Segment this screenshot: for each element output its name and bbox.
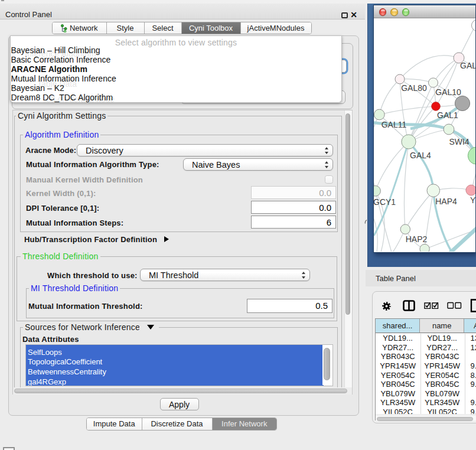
node-gal80[interactable] — [395, 74, 405, 84]
mi-type-value: Naive Bayes — [192, 159, 240, 171]
node-gcy1[interactable] — [374, 185, 380, 196]
dpi-tolerance-field[interactable]: 0.0 — [251, 201, 336, 214]
close-traffic-light-icon[interactable] — [379, 8, 387, 16]
aracne-mode-combobox[interactable]: Discovery — [77, 144, 333, 156]
dropdown-item[interactable]: Basic Correlation Inference — [11, 55, 340, 64]
node-gal1[interactable] — [432, 102, 441, 111]
tab-impute-data[interactable]: Impute Data — [87, 418, 142, 430]
table-row[interactable]: YDL19... YDL19... 13 — [376, 334, 476, 343]
apply-button[interactable]: Apply — [160, 398, 199, 410]
tab-label: Discretize Data — [151, 419, 203, 428]
expand-arrow-icon[interactable] — [164, 236, 169, 242]
column-gridline — [420, 334, 421, 414]
list-item[interactable]: BetweennessCentrality — [26, 367, 324, 377]
list-scrollbar-thumb[interactable] — [324, 348, 330, 380]
manual-kernel-checkbox[interactable] — [325, 175, 333, 184]
tab-cyni-toolbox[interactable]: Cyni Toolbox — [182, 22, 241, 34]
cell-shared-name: YBR043C — [376, 352, 420, 361]
node-swi4[interactable] — [444, 124, 454, 135]
table-row[interactable]: YBR045C YBR045C 9. — [376, 380, 476, 389]
unchecked-checkboxes-icon[interactable] — [447, 302, 462, 309]
cell-shared-name: YER054C — [376, 371, 420, 380]
data-attributes-list[interactable]: SelfLoops TopologicalCoefficient Between… — [25, 344, 333, 386]
dropdown-item-selected[interactable]: ARACNE Algorithm — [11, 64, 340, 74]
table-row[interactable]: YLR345W YLR345W 9. — [376, 398, 476, 407]
minimize-traffic-light-icon[interactable] — [390, 8, 398, 16]
float-window-icon[interactable] — [341, 12, 348, 18]
table-scrollbar-thumb[interactable] — [377, 417, 473, 421]
mi-threshold-field[interactable]: 0.5 — [247, 299, 332, 313]
collapse-arrow-icon[interactable] — [147, 325, 154, 330]
node[interactable] — [468, 147, 475, 164]
dropdown-item[interactable]: Dream8 DC_TDC Algorithm — [11, 93, 340, 102]
settings-vertical-scrollbar-thumb[interactable] — [345, 113, 350, 315]
node-label: Y — [470, 195, 475, 205]
node-hap4[interactable] — [427, 184, 440, 197]
cell-shared-name: YDL19... — [376, 334, 420, 343]
node-hap2[interactable] — [400, 224, 410, 234]
split-columns-icon[interactable] — [403, 300, 415, 311]
cell-name: YBR043C — [420, 352, 464, 361]
tab-discretize-data[interactable]: Discretize Data — [142, 418, 213, 430]
tab-jactivemnodules[interactable]: jActiveMNodules — [241, 22, 311, 34]
tab-label: Select — [152, 24, 173, 32]
node-label: GAL10 — [435, 87, 461, 97]
dropdown-item[interactable]: Bayesian – Hill Climbing — [11, 45, 340, 55]
close-icon[interactable]: ✕ — [349, 9, 358, 21]
list-item[interactable]: gal4RGexp — [26, 377, 324, 386]
list-item[interactable]: TopologicalCoefficient — [26, 357, 324, 367]
node[interactable] — [455, 96, 470, 110]
cell-value: 9. — [464, 380, 476, 389]
tab-network[interactable]: Network — [53, 22, 107, 34]
node[interactable] — [472, 20, 476, 31]
node-gal4[interactable] — [402, 135, 416, 149]
dpi-tolerance-label: DPI Tolerance [0,1]: — [26, 204, 99, 213]
cell-shared-name: YDR27... — [376, 343, 420, 353]
settings-horizontal-scrollbar-thumb[interactable] — [14, 389, 347, 394]
dropdown-item[interactable]: Mutual Information Inference — [11, 74, 340, 83]
table-horizontal-scrollbar[interactable] — [376, 416, 476, 420]
column-header-partial[interactable]: A — [464, 319, 476, 332]
table-panel-titlebar[interactable]: Table Panel — [366, 270, 476, 286]
node[interactable] — [466, 185, 475, 195]
document-icon[interactable] — [470, 299, 476, 312]
cell-name: YBR045C — [420, 380, 464, 389]
network-canvas[interactable]: GAL GAL80 GAL10 GAL1 GAL11 SWI4 GAL4 GCY… — [374, 18, 475, 252]
aracne-mode-label: Aracne Mode: — [25, 146, 76, 155]
table-row[interactable]: YDR27... YDR27... 12 — [376, 343, 476, 353]
tab-infer-network[interactable]: Infer Network — [213, 418, 277, 430]
desktop-left-edge — [367, 4, 368, 267]
table-row[interactable]: YER054C YER054C 8. — [376, 371, 476, 380]
control-panel-titlebar[interactable]: Control Panel ✕ — [0, 4, 365, 19]
tab-select[interactable]: Select — [145, 22, 182, 34]
dropdown-item[interactable]: Bayesian – K2 — [11, 83, 340, 93]
combo-arrows-icon — [325, 161, 328, 168]
table-row[interactable]: YPR145W YPR145W 9. — [376, 361, 476, 371]
node-label: HAP2 — [406, 234, 428, 244]
tab-style[interactable]: Style — [107, 22, 145, 34]
zoom-traffic-light-icon[interactable] — [402, 8, 410, 16]
cyni-algorithm-settings-title: Cyni Algorithm Settings — [16, 111, 107, 120]
column-header-name[interactable]: name — [420, 319, 464, 332]
node-gal10[interactable] — [429, 78, 438, 87]
checked-checkboxes-icon[interactable] — [424, 302, 439, 309]
network-window-titlebar[interactable] — [374, 5, 475, 18]
hub-definition-label[interactable]: Hub/Transcription Factor Definition — [24, 235, 157, 244]
table-row[interactable]: YBR043C YBR043C — [376, 352, 476, 361]
tab-label: Cyni Toolbox — [189, 24, 233, 32]
network-icon — [61, 24, 67, 32]
list-scrollbar[interactable] — [322, 345, 332, 385]
table-header: shared... name A — [376, 319, 476, 333]
node[interactable] — [420, 244, 429, 252]
list-item[interactable]: SelfLoops — [26, 348, 324, 358]
gear-icon[interactable] — [382, 301, 392, 311]
mi-steps-field[interactable]: 6 — [251, 216, 336, 229]
which-threshold-combobox[interactable]: MI Threshold — [140, 269, 310, 281]
table-row[interactable]: YBL079W YBL079W — [376, 389, 476, 399]
status-mini-icon[interactable] — [3, 447, 15, 450]
column-header-shared-name[interactable]: shared... — [376, 319, 420, 332]
mi-type-combobox[interactable]: Naive Bayes — [183, 158, 333, 171]
node-gal11[interactable] — [374, 109, 384, 120]
kernel-width-field[interactable]: 0.0 — [251, 186, 336, 199]
table-row[interactable]: YIL052C YIL052C 9. — [376, 407, 476, 414]
